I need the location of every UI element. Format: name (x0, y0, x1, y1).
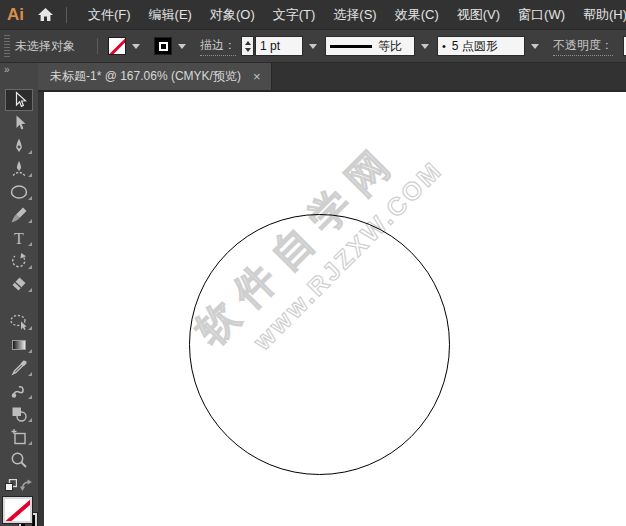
chevron-down-icon (132, 44, 140, 49)
artboard-icon (10, 428, 28, 446)
document-tab[interactable]: 未标题-1* @ 167.06% (CMYK/预览) × (38, 63, 272, 90)
brush-dropdown-button[interactable] (527, 36, 543, 56)
panel-grip-icon[interactable] (4, 35, 10, 57)
menu-edit[interactable]: 编辑(E) (140, 0, 201, 30)
curvature-pen-icon (10, 160, 28, 178)
menu-bar: Ai 文件(F) 编辑(E) 对象(O) 文字(T) 选择(S) 效果(C) 视… (0, 0, 626, 30)
ellipse-tool[interactable] (0, 180, 38, 203)
stroke-dropdown-button[interactable] (174, 36, 190, 56)
blob-brush-tool[interactable] (0, 379, 38, 402)
app-logo: Ai (7, 5, 24, 25)
zoom-icon (10, 451, 28, 469)
chevron-down-icon (178, 44, 186, 49)
menu-file[interactable]: 文件(F) (79, 0, 140, 30)
document-tab-title: 未标题-1* @ 167.06% (CMYK/预览) (50, 68, 241, 85)
paintbrush-icon (10, 206, 28, 224)
gradient-icon (10, 336, 28, 354)
eyedropper-icon (10, 359, 28, 377)
selection-tool[interactable] (0, 88, 38, 111)
artboard-canvas[interactable]: 软件自学网 www.RJZXW.COM (44, 92, 626, 526)
ellipse-icon (9, 183, 29, 201)
default-fill-stroke-icon[interactable] (5, 479, 17, 491)
fill-stroke-indicator (0, 493, 38, 526)
rotate-icon (10, 252, 28, 270)
shape-builder-tool[interactable] (0, 402, 38, 425)
shape-builder-icon (10, 405, 28, 423)
opacity-label[interactable]: 不透明度： (553, 37, 613, 56)
direct-selection-arrow-icon (10, 114, 28, 132)
chevron-down-icon (309, 44, 317, 49)
fill-proxy-swatch[interactable] (3, 497, 32, 523)
selection-status: 未选择对象 (15, 38, 97, 55)
pen-tool[interactable] (0, 134, 38, 157)
round-brush-icon: • (442, 41, 446, 52)
tools-panel: » T (0, 63, 38, 526)
lasso-tool[interactable] (0, 310, 38, 333)
eraser-tool[interactable] (0, 272, 38, 295)
type-icon: T (10, 229, 28, 247)
paintbrush-tool[interactable] (0, 203, 38, 226)
fill-color-swatch[interactable] (108, 37, 126, 55)
blob-brush-icon (10, 382, 28, 400)
lasso-selection-icon (9, 313, 29, 331)
type-tool[interactable]: T (0, 226, 38, 249)
tool-group-gap (0, 295, 38, 310)
drawn-circle-shape[interactable] (189, 214, 450, 475)
no-fill-icon (109, 37, 126, 55)
controlbar-separator (97, 38, 98, 54)
stroke-weight-label[interactable]: 描边： (200, 37, 236, 56)
control-bar: 未选择对象 描边： 1 pt 等比 • 5 点圆形 不透明度： 100% (0, 30, 626, 63)
stroke-weight-stepper[interactable] (241, 36, 254, 56)
uniform-profile-icon (330, 45, 372, 48)
fill-dropdown-button[interactable] (128, 36, 144, 56)
document-tab-bar: 未标题-1* @ 167.06% (CMYK/预览) × (38, 63, 626, 92)
selection-arrow-icon (10, 91, 28, 109)
width-profile-dropdown-button[interactable] (417, 36, 433, 56)
width-profile-select[interactable]: 等比 (325, 36, 415, 56)
active-tool-highlight (5, 89, 33, 111)
home-button[interactable] (37, 7, 54, 22)
menu-view[interactable]: 视图(V) (448, 0, 509, 30)
direct-selection-tool[interactable] (0, 111, 38, 134)
brush-definition-value: 5 点圆形 (452, 38, 498, 55)
curvature-tool[interactable] (0, 157, 38, 180)
stepper-down-icon (245, 48, 251, 52)
no-fill-icon (3, 497, 32, 523)
gradient-tool[interactable] (0, 333, 38, 356)
eyedropper-tool[interactable] (0, 356, 38, 379)
chevron-down-icon (531, 44, 539, 49)
artboard-tool[interactable] (0, 425, 38, 448)
svg-text:T: T (14, 229, 24, 246)
brush-definition-select[interactable]: • 5 点圆形 (437, 36, 525, 56)
rotate-tool[interactable] (0, 249, 38, 272)
menu-effect[interactable]: 效果(C) (386, 0, 448, 30)
menu-window[interactable]: 窗口(W) (509, 0, 574, 30)
stroke-frame-icon (159, 42, 168, 51)
pen-nib-icon (10, 137, 28, 155)
chevron-down-icon (421, 44, 429, 49)
stepper-up-icon (245, 41, 251, 45)
menu-type[interactable]: 文字(T) (264, 0, 325, 30)
menubar-separator (66, 7, 67, 23)
swap-fill-stroke-icon[interactable] (20, 479, 33, 492)
width-profile-value: 等比 (378, 38, 402, 55)
stroke-weight-dropdown-button[interactable] (305, 36, 321, 56)
eraser-icon (10, 275, 28, 293)
menu-select[interactable]: 选择(S) (324, 0, 385, 30)
stroke-weight-input[interactable]: 1 pt (255, 36, 303, 56)
collapse-panel-icon[interactable]: » (0, 63, 38, 76)
menu-object[interactable]: 对象(O) (201, 0, 264, 30)
zoom-tool[interactable] (0, 448, 38, 471)
home-icon (37, 7, 54, 22)
menu-help[interactable]: 帮助(H) (574, 0, 626, 30)
stroke-color-swatch[interactable] (154, 37, 172, 55)
close-icon[interactable]: × (253, 70, 261, 83)
